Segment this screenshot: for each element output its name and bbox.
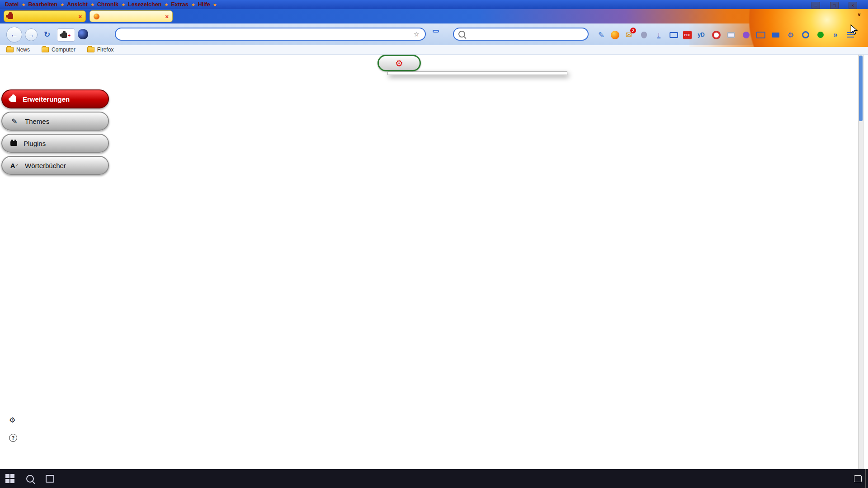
status-icon[interactable] bbox=[815, 29, 826, 40]
tools-icon[interactable] bbox=[785, 29, 796, 40]
menubar-item-label[interactable]: Lesezeichen bbox=[126, 1, 164, 8]
nightly-logo bbox=[78, 29, 88, 39]
navigation-toolbar: ← → ↻ + ☆ 2 bbox=[0, 23, 868, 46]
zoom-level-badge[interactable] bbox=[433, 30, 439, 33]
yd-icon[interactable]: yD bbox=[696, 29, 707, 40]
shield-icon[interactable] bbox=[638, 29, 649, 40]
sidebar-category-label: Erweiterungen bbox=[23, 95, 70, 103]
search-bar[interactable] bbox=[453, 28, 589, 41]
forward-button[interactable]: → bbox=[25, 28, 38, 41]
folder-icon bbox=[42, 47, 49, 52]
printer-icon[interactable] bbox=[668, 29, 679, 40]
addons-page: Erweiterungen Themes Plugins Wörterbüche… bbox=[0, 54, 868, 469]
mail-icon[interactable]: 2 bbox=[623, 29, 634, 40]
menubar-item[interactable]: Ansicht ★ bbox=[65, 1, 95, 8]
page-identity-box[interactable]: + bbox=[57, 28, 75, 42]
download-icon[interactable] bbox=[653, 29, 664, 40]
task-view-icon bbox=[46, 475, 54, 483]
pdf-icon[interactable] bbox=[683, 31, 692, 39]
menubar-item[interactable]: Datei ★ bbox=[3, 1, 26, 8]
puzzle-icon bbox=[61, 33, 67, 38]
menubar-item[interactable]: Hilfe ★ bbox=[196, 1, 217, 8]
windows-logo-icon bbox=[5, 474, 14, 483]
fox-icon[interactable] bbox=[611, 31, 619, 39]
star-separator-icon: ★ bbox=[60, 2, 64, 7]
tab-close-icon[interactable]: × bbox=[165, 13, 169, 20]
taskbar-search-button[interactable] bbox=[20, 469, 40, 488]
menu-icon[interactable] bbox=[845, 29, 856, 40]
search-icon bbox=[26, 475, 34, 483]
bookmark-folder-label: News bbox=[16, 47, 30, 53]
star-separator-icon: ★ bbox=[191, 2, 195, 7]
system-tray bbox=[839, 475, 865, 482]
list-tabs-chevron-icon[interactable]: ∨ bbox=[857, 12, 861, 18]
bookmark-folder[interactable]: Firefox bbox=[87, 47, 114, 53]
toolbar-icon-strip: 2 yD bbox=[596, 29, 856, 40]
dictionary-icon bbox=[10, 161, 19, 169]
sidebar-category[interactable]: Erweiterungen bbox=[1, 89, 109, 108]
folder2-icon[interactable] bbox=[770, 29, 781, 40]
sidebar-category[interactable]: Wörterbücher bbox=[1, 156, 109, 175]
menubar-item-label[interactable]: Bearbeiten bbox=[26, 1, 60, 8]
brush-icon bbox=[10, 117, 19, 125]
star-separator-icon: ★ bbox=[165, 2, 169, 7]
tab-addons-manager-nightly[interactable]: × bbox=[90, 10, 173, 22]
tab-close-icon[interactable]: × bbox=[78, 13, 82, 20]
gear-icon: ⚙ bbox=[395, 59, 403, 68]
window-minimize-button[interactable]: – bbox=[811, 2, 820, 9]
zoom-icon[interactable] bbox=[800, 29, 811, 40]
start-button[interactable] bbox=[0, 469, 20, 488]
menubar-item-label[interactable]: Datei bbox=[3, 1, 21, 8]
pencil-icon[interactable] bbox=[596, 29, 607, 40]
overflow-icon[interactable] bbox=[830, 29, 841, 40]
sidebar-category-label: Themes bbox=[25, 117, 49, 125]
menubar-item-label[interactable]: Hilfe bbox=[196, 1, 212, 8]
window-maximize-button[interactable]: □ bbox=[830, 2, 839, 9]
menubar-item-label[interactable]: Extras bbox=[169, 1, 190, 8]
menubar-item[interactable]: Extras ★ bbox=[169, 1, 195, 8]
bookmarks-toolbar: News Computer Firefox bbox=[0, 45, 868, 55]
puzzle-icon bbox=[10, 96, 16, 102]
bookmark-star-icon[interactable]: ☆ bbox=[414, 30, 420, 38]
window-close-button[interactable]: × bbox=[849, 2, 857, 9]
adblock-icon[interactable] bbox=[711, 29, 722, 40]
paw-icon[interactable] bbox=[741, 29, 751, 40]
sidebar-category-label: Wörterbücher bbox=[25, 162, 66, 169]
reload-button[interactable]: ↻ bbox=[42, 29, 52, 40]
menubar-item[interactable]: Chronik ★ bbox=[95, 1, 126, 8]
back-button[interactable]: ← bbox=[6, 27, 22, 42]
help-icon: ? bbox=[9, 434, 17, 442]
puzzle-favicon bbox=[8, 14, 13, 19]
bookmark-folder[interactable]: News bbox=[6, 47, 30, 53]
sidebar-footer-settings[interactable]: ⚙ bbox=[9, 416, 20, 424]
page-scrollbar[interactable] bbox=[858, 54, 863, 469]
tab-addons-manager[interactable]: × bbox=[4, 10, 86, 22]
menubar-item-label[interactable]: Chronik bbox=[95, 1, 121, 8]
sidebar-category-label: Plugins bbox=[24, 140, 46, 147]
bookmark-folder-label: Firefox bbox=[97, 47, 114, 53]
search-icon bbox=[458, 31, 465, 38]
sidebar-category[interactable]: Themes bbox=[1, 112, 109, 131]
brick-icon bbox=[10, 141, 17, 146]
menubar-item[interactable]: Bearbeiten ★ bbox=[26, 1, 65, 8]
search-input[interactable] bbox=[469, 30, 583, 38]
tools-dropdown-menu bbox=[387, 71, 567, 75]
extension-list bbox=[127, 94, 857, 469]
monitor-icon[interactable] bbox=[755, 29, 766, 40]
star-separator-icon: ★ bbox=[22, 2, 26, 7]
menubar-item-label[interactable]: Ansicht bbox=[65, 1, 90, 8]
show-desktop-button[interactable] bbox=[865, 469, 868, 488]
bookmark-folder-label: Computer bbox=[52, 47, 75, 53]
tools-for-all-addons-button[interactable]: ⚙ bbox=[377, 55, 421, 71]
url-bar[interactable]: ☆ bbox=[115, 28, 426, 41]
menubar-item[interactable]: Lesezeichen ★ bbox=[126, 1, 169, 8]
sidebar-footer-help[interactable]: ? bbox=[9, 434, 22, 442]
action-center-icon[interactable] bbox=[854, 475, 862, 482]
bookmark-folder[interactable]: Computer bbox=[42, 47, 75, 53]
task-view-button[interactable] bbox=[40, 469, 60, 488]
sidebar-category[interactable]: Plugins bbox=[1, 134, 109, 153]
forward-arrow-icon: → bbox=[28, 32, 34, 38]
folder-icon bbox=[87, 47, 94, 52]
camera-icon[interactable] bbox=[726, 29, 736, 40]
scrollbar-thumb[interactable] bbox=[859, 56, 863, 121]
